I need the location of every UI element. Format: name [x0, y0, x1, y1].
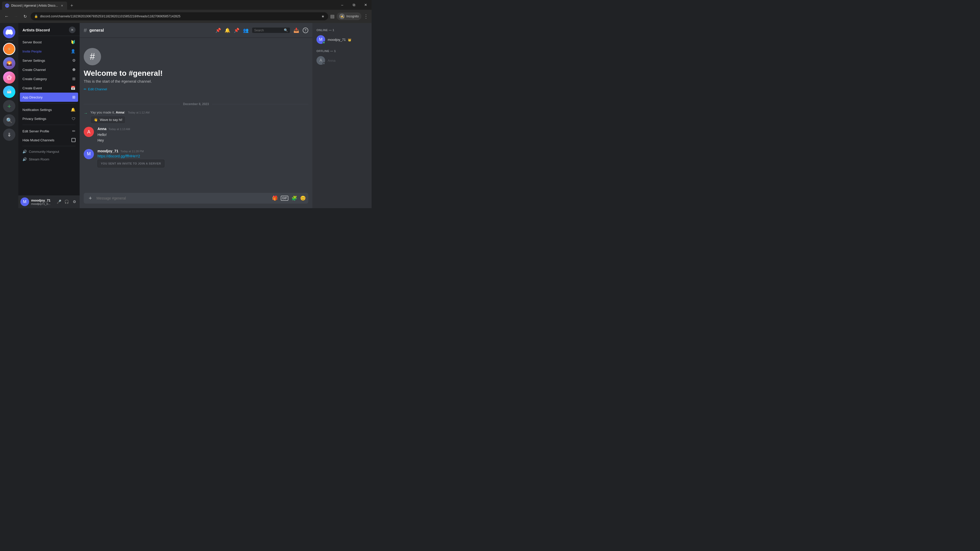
- context-menu-panel: Artists Discord ✕ Server Boost 🔰 Invite …: [18, 23, 80, 208]
- header-search[interactable]: 🔍: [252, 27, 290, 33]
- menu-item-edit-server-profile[interactable]: Edit Server Profile ✏: [20, 127, 78, 136]
- server-discover-btn[interactable]: 🔍: [3, 114, 15, 127]
- anna-message-text: Hello!Hey: [97, 132, 308, 143]
- input-icons: 🎁 GIF 🧩 😊: [272, 195, 306, 201]
- new-tab-btn[interactable]: +: [68, 2, 75, 9]
- lock-icon: 🔒: [34, 14, 38, 18]
- browser-menu-btn[interactable]: ⋮: [363, 13, 369, 19]
- mute-btn[interactable]: 🎤: [56, 198, 62, 205]
- address-bar[interactable]: 🔒 discord.com/channels/11823620100679352…: [30, 12, 328, 21]
- anna-timestamp: Today at 1:13 AM: [108, 127, 130, 130]
- incognito-badge[interactable]: 🕵 Incognito: [337, 13, 361, 20]
- menu-item-create-category[interactable]: Create Category ⊞: [20, 74, 78, 83]
- channel-stream-room[interactable]: 🔊 Stream Room: [20, 156, 78, 163]
- search-input[interactable]: [254, 29, 282, 32]
- invite-banner: YOU SENT AN INVITE TO JOIN A SERVER: [97, 160, 164, 167]
- nav-bar: ← → ↻ 🔒 discord.com/channels/11823620100…: [0, 10, 372, 23]
- member-item-anna[interactable]: A Anna: [314, 55, 369, 66]
- menu-item-create-channel[interactable]: Create Channel ⊕: [20, 65, 78, 74]
- menu-item-server-boost[interactable]: Server Boost 🔰: [20, 38, 78, 47]
- server-settings-icon: ⚙: [72, 58, 76, 63]
- message-input[interactable]: [97, 193, 270, 203]
- hide-muted-channels-icon: [72, 138, 76, 142]
- wave-emoji: 👋: [94, 118, 98, 122]
- members-icon[interactable]: 👥: [243, 27, 248, 33]
- tab-title: Discord | #general | Artists Disco...: [11, 4, 58, 7]
- moodjoy-avatar: M: [84, 149, 94, 159]
- menu-item-create-event[interactable]: Create Event 📅: [20, 83, 78, 93]
- active-tab[interactable]: 🎮 Discord | #general | Artists Disco... …: [2, 2, 67, 10]
- moodjoy-message-link[interactable]: https://discord.gg/fffHHeY2: [97, 154, 308, 158]
- moodjoy-member-avatar: M: [317, 35, 325, 44]
- extensions-btn[interactable]: ▤: [330, 14, 334, 19]
- server-boost-icon: 🔰: [71, 40, 76, 44]
- threads-icon[interactable]: 📌: [215, 27, 221, 33]
- menu-item-notification-settings[interactable]: Notification Settings 🔔: [20, 105, 78, 114]
- server-add-btn[interactable]: +: [3, 100, 15, 112]
- back-btn[interactable]: ←: [3, 13, 10, 20]
- invite-people-icon: 👤: [71, 49, 76, 54]
- menu-item-server-settings[interactable]: Server Settings ⚙: [20, 56, 78, 65]
- members-panel: ONLINE — 1 M moodjoy_71 👑 OFFLINE — 1 A …: [312, 23, 372, 208]
- hide-muted-channels-label: Hide Muted Channels: [22, 138, 72, 142]
- header-icons: 📌 🔔 📌 👥 🔍 📥 ?: [215, 27, 308, 33]
- privacy-settings-label: Privacy Settings: [22, 117, 72, 121]
- help-icon[interactable]: ?: [303, 27, 308, 33]
- inbox-icon[interactable]: 📥: [293, 27, 299, 33]
- window-controls: – ⧉ ✕: [336, 0, 372, 10]
- user-avatar: M: [21, 197, 29, 206]
- restore-btn[interactable]: ⧉: [348, 1, 360, 9]
- user-info: moodjoy_71 moodjoy71_0...: [31, 198, 54, 205]
- server-icon-4[interactable]: 🏔: [3, 86, 15, 98]
- channel-community-hangout[interactable]: 🔊 Community Hangout: [20, 148, 78, 156]
- anna-message-content: Anna Today at 1:13 AM Hello!Hey: [97, 127, 308, 143]
- create-event-icon: 📅: [71, 86, 76, 90]
- emoji-icon[interactable]: 😊: [300, 195, 306, 201]
- forward-btn[interactable]: →: [12, 13, 19, 20]
- menu-item-app-directory[interactable]: App Directory ⊞: [20, 93, 78, 102]
- deafen-btn[interactable]: 🎧: [63, 198, 70, 205]
- gift-icon[interactable]: 🎁: [272, 195, 278, 201]
- pencil-icon: ✏: [84, 87, 86, 91]
- menu-item-hide-muted-channels[interactable]: Hide Muted Channels: [20, 136, 78, 144]
- pinned-icon[interactable]: 📌: [234, 27, 239, 33]
- message-add-btn[interactable]: +: [86, 194, 94, 202]
- system-message-user: Anna: [116, 110, 124, 114]
- server-icon-1[interactable]: 🎨: [3, 43, 15, 55]
- member-item-moodjoy[interactable]: M moodjoy_71 👑: [314, 34, 369, 45]
- edit-channel-link[interactable]: ✏ Edit Channel: [84, 87, 107, 91]
- voice-icon-2: 🔊: [22, 157, 27, 161]
- context-menu-header: Artists Discord ✕: [18, 23, 80, 36]
- address-text: discord.com/channels/1182362010067935253…: [40, 14, 319, 18]
- user-settings-btn[interactable]: ⚙: [71, 198, 78, 205]
- gif-icon[interactable]: GIF: [281, 196, 288, 201]
- sticker-icon[interactable]: 🧩: [291, 195, 297, 201]
- minimize-btn[interactable]: –: [336, 1, 348, 9]
- channel-header: # general 📌 🔔 📌 👥 🔍 📥 ?: [80, 23, 312, 38]
- server-download-btn[interactable]: ⇓: [3, 129, 15, 141]
- user-tag: moodjoy71_0...: [31, 202, 54, 205]
- message-row-moodjoy: M moodjoy_71 Today at 11:28 PM https://d…: [84, 148, 308, 168]
- close-btn[interactable]: ✕: [360, 1, 372, 9]
- tab-favicon: 🎮: [5, 3, 9, 8]
- server-icon-3[interactable]: 🌸: [3, 71, 15, 84]
- menu-item-privacy-settings[interactable]: Privacy Settings 🛡: [20, 114, 78, 123]
- browser-chrome: 🎮 Discord | #general | Artists Disco... …: [0, 0, 372, 23]
- notifications-icon[interactable]: 🔔: [224, 27, 230, 33]
- discord-home-btn[interactable]: [3, 26, 15, 38]
- wave-button[interactable]: 👋 Wave to say hi!: [90, 116, 126, 124]
- reload-btn[interactable]: ↻: [21, 13, 29, 20]
- offline-section-title: OFFLINE — 1: [314, 45, 369, 54]
- context-menu-close-btn[interactable]: ✕: [69, 27, 76, 33]
- incognito-avatar: 🕵: [339, 14, 345, 19]
- tab-close-btn[interactable]: ×: [60, 3, 64, 8]
- date-text: December 8, 2023: [183, 102, 209, 106]
- voice-icon-1: 🔊: [22, 149, 27, 154]
- app-directory-label: App Directory: [22, 95, 72, 99]
- moodjoy-member-name: moodjoy_71: [328, 38, 346, 41]
- date-separator: December 8, 2023: [84, 102, 308, 106]
- invite-people-label: Invite People: [22, 49, 71, 53]
- server-icon-2[interactable]: 🌄: [3, 57, 15, 69]
- star-icon[interactable]: ★: [321, 14, 325, 18]
- menu-item-invite-people[interactable]: Invite People 👤: [20, 47, 78, 56]
